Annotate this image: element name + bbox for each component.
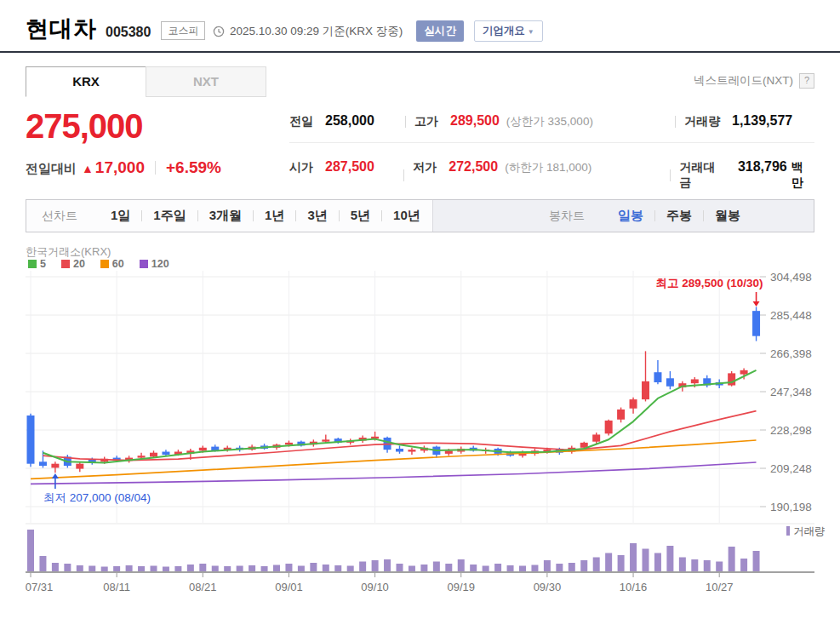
volume-bar [716,562,723,573]
period-10y[interactable]: 10년 [382,208,431,224]
volume-bar [52,563,59,572]
x-axis-label: 07/31 [26,581,54,593]
candle [138,456,146,457]
candle [630,399,637,409]
current-price: 275,000 [26,107,143,146]
mode-weekly[interactable]: 주봉 [655,208,703,224]
volume-bar [531,565,538,573]
candle [322,439,329,441]
candle [605,421,613,433]
volume-bar [359,562,366,573]
tab-krx[interactable]: KRX [26,66,146,97]
candle [396,449,403,452]
volume-bar [729,547,735,572]
volume-bar [298,566,305,573]
period-3m[interactable]: 3개월 [198,208,253,224]
change-percent: +6.59% [166,158,221,177]
chevron-down-icon: ▼ [528,28,534,36]
mode-monthly[interactable]: 월봉 [704,208,751,224]
candle [642,381,649,399]
volume-bar [261,566,268,572]
x-axis-label: 08/21 [189,581,217,593]
volume-bar [704,560,711,572]
volume-bar [544,560,551,572]
low-annotation: 최저 207,000 (08/04) [43,491,151,504]
candle [666,378,674,386]
chart-toolbar: 선차트 1일 1주일 3개월 1년 3년 5년 10년 봉차트 일봉 주봉 월봉 [26,199,814,232]
period-1y[interactable]: 1년 [254,208,295,224]
volume-bar [310,563,317,572]
volume-bar [580,560,587,572]
volume-legend-icon [786,526,790,536]
company-overview-button[interactable]: 기업개요▼ [474,20,543,42]
candle [752,311,760,336]
volume-bar [556,564,563,572]
high-cell: 고가 289,500 (상한가 335,000) [414,113,666,129]
candle [740,370,748,375]
volume-bar [679,558,686,573]
volume-bar [507,565,514,572]
volume-legend-label: 거래량 [793,525,826,537]
candle [592,434,600,441]
volume-cell: 거래량 1,139,577 [684,113,792,129]
candle [691,379,699,383]
candle-chart-label: 봉차트 [549,209,585,224]
candle [51,464,59,468]
line-chart-periods: 선차트 1일 1주일 3개월 1년 3년 5년 10년 [26,200,432,232]
y-axis-label: 190,198 [770,501,812,513]
volume-bar [740,559,747,572]
volume-bar [126,565,133,572]
volume-bar [347,566,354,573]
candle [199,448,207,451]
x-axis-label: 09/19 [447,581,475,593]
volume-bar [27,530,34,572]
volume-bar [643,549,649,573]
candle [654,372,661,382]
candle [408,450,415,451]
volume-bar [593,558,600,573]
period-3y[interactable]: 3년 [296,208,338,224]
open-cell: 시가 287,500 [289,159,395,175]
candle [445,450,453,454]
low-cell: 저가 272,500 (하한가 181,000) [413,159,661,175]
candle [617,410,625,420]
candle [76,464,83,469]
realtime-button[interactable]: 실시간 [416,20,464,42]
stock-code: 005380 [106,25,151,40]
volume-bar [249,565,255,572]
y-axis-label: 247,348 [770,386,812,398]
volume-bar [494,564,501,572]
y-axis-label: 285,448 [770,309,812,322]
volume-bar [753,551,760,572]
y-axis-label: 209,248 [770,462,812,475]
high-arrow-head [753,301,760,307]
change-label: 전일대비 [26,161,77,177]
volume-bar [384,559,391,572]
stock-detail-page: 현대차 005380 코스피 2025.10.30 09:29 기준(KRX 장… [0,0,840,619]
tab-nxt[interactable]: NXT [146,66,266,97]
volume-bar [654,553,661,573]
volume-bar [199,564,206,572]
volume-bar [630,543,637,572]
volume-bar [187,565,194,572]
market-badge: 코스피 [161,21,205,40]
volume-bar [174,566,181,572]
candle [27,416,35,464]
mode-daily[interactable]: 일봉 [607,208,654,224]
change-divider [155,161,156,175]
volume-bar [605,553,612,573]
volume-bar [64,564,71,572]
volume-bar [445,564,452,572]
period-1w[interactable]: 1주일 [142,208,197,224]
volume-bar [224,566,231,572]
y-axis-label: 304,498 [770,271,812,284]
up-arrow-icon: ▲ [82,162,94,175]
x-axis-label: 09/10 [361,581,389,593]
help-icon[interactable]: ? [799,73,814,89]
x-axis-label: 10/27 [706,581,734,593]
period-1d[interactable]: 1일 [100,208,141,224]
period-5y[interactable]: 5년 [340,208,381,224]
volume-bar [420,565,427,572]
candle [162,452,169,456]
volume-bar [334,565,341,572]
